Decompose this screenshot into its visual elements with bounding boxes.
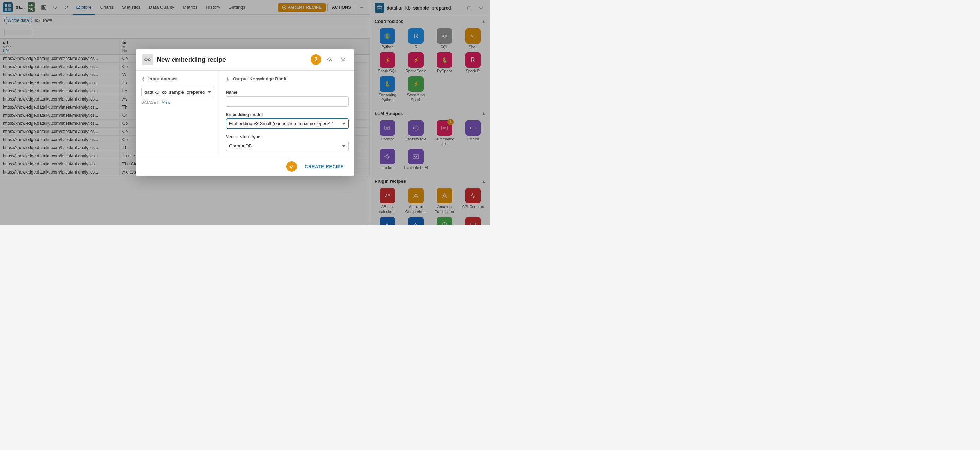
modal-recipe-icon (142, 54, 153, 65)
svg-point-27 (329, 59, 331, 61)
vector-store-select[interactable]: ChromaDB (226, 141, 349, 151)
vector-store-select-wrapper: ChromaDB (226, 141, 349, 151)
input-dataset-select[interactable]: dataiku_kb_sample_prepared (141, 87, 214, 97)
vector-store-group: Vector store type ChromaDB (226, 135, 349, 151)
input-dataset-label: Input dataset (141, 76, 214, 81)
embedding-model-select[interactable]: Embedding v3 Small (connection: maxime_o… (226, 119, 349, 129)
svg-point-25 (145, 59, 147, 61)
input-dataset-select-wrapper: dataiku_kb_sample_prepared (141, 87, 214, 97)
view-link[interactable]: View (162, 100, 170, 105)
modal-left-panel: Input dataset dataiku_kb_sample_prepared… (135, 71, 220, 157)
modal-right-panel: Output Knowledge Bank Name Embedding mod… (220, 71, 355, 157)
embedding-model-label: Embedding model (226, 112, 349, 117)
name-field-input[interactable] (226, 96, 349, 106)
name-field-group: Name (226, 90, 349, 106)
embedding-model-group: Embedding model Embedding v3 Small (conn… (226, 112, 349, 129)
modal-header: New embedding recipe 2 (135, 49, 355, 71)
embedding-recipe-modal: New embedding recipe 2 (135, 49, 355, 176)
modal-eye-button[interactable] (325, 55, 335, 65)
embedding-model-select-wrapper: Embedding v3 Small (connection: maxime_o… (226, 119, 349, 129)
modal-footer: CREATE RECIPE (135, 157, 355, 176)
input-dataset-sub: DATASET - View (141, 100, 214, 105)
name-field-label: Name (226, 90, 349, 95)
output-kb-label: Output Knowledge Bank (226, 76, 349, 81)
modal-close-button[interactable] (338, 55, 348, 65)
vector-store-label: Vector store type (226, 135, 349, 139)
modal-overlay[interactable]: New embedding recipe 2 (0, 0, 490, 225)
modal-step-badge: 2 (311, 54, 321, 65)
create-recipe-button[interactable]: CREATE RECIPE (301, 162, 348, 171)
svg-point-26 (148, 59, 150, 61)
modal-body: Input dataset dataiku_kb_sample_prepared… (135, 71, 355, 157)
modal-title: New embedding recipe (157, 56, 307, 63)
create-step-badge (286, 161, 297, 172)
